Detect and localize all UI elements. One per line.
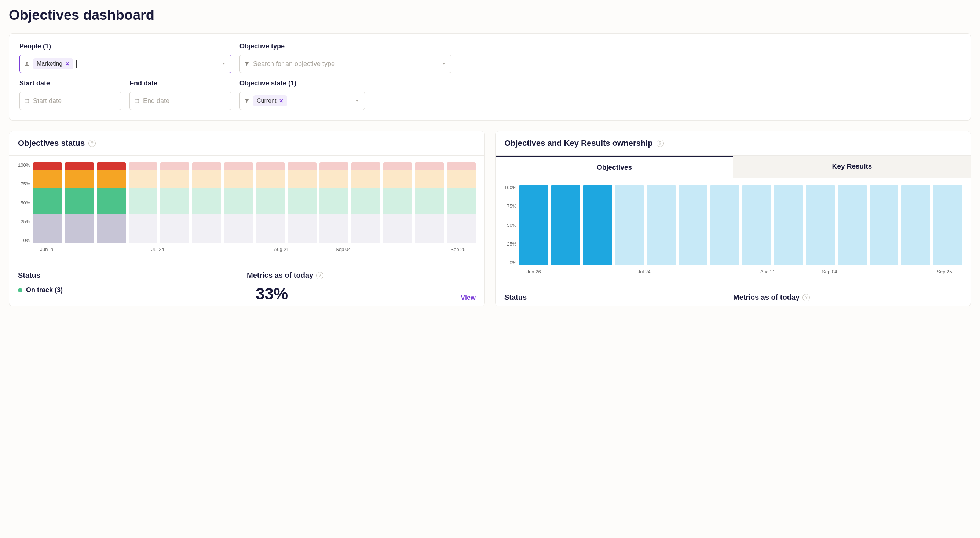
chip-remove-icon[interactable]: ✕ (65, 61, 70, 67)
svg-rect-1 (135, 99, 139, 103)
bar-column (383, 162, 412, 243)
tab-key-results[interactable]: Key Results (733, 156, 971, 178)
objective-state-select[interactable]: Current ✕ (240, 92, 365, 110)
filter-label-end-date: End date (129, 79, 231, 87)
x-axis: Jun 26Jul 24Aug 21Sep 04Sep 25 (34, 247, 476, 253)
tab-objectives[interactable]: Objectives (495, 156, 733, 178)
bar-column (224, 162, 253, 243)
bar-column (647, 185, 676, 265)
placeholder-text: Search for an objective type (253, 60, 335, 68)
person-icon (24, 61, 29, 66)
filter-label-people: People (1) (19, 43, 231, 50)
bar-column (710, 185, 740, 265)
metric-percentage: 33% (247, 285, 485, 303)
bar-column (774, 185, 803, 265)
chip-people[interactable]: Marketing ✕ (33, 58, 73, 69)
bar-column (129, 162, 158, 243)
metrics-heading: Metrics as of today ? (733, 293, 962, 302)
help-icon[interactable]: ? (88, 140, 96, 147)
filter-label-start-date: Start date (19, 79, 121, 87)
filters-card: People (1) Marketing ✕ Objective type (9, 33, 971, 121)
bar-column (742, 185, 771, 265)
bar-column (615, 185, 644, 265)
calendar-icon (134, 98, 139, 103)
filter-label-objective-type: Objective type (240, 43, 452, 50)
help-icon[interactable]: ? (316, 272, 323, 279)
end-date-input[interactable]: End date (129, 92, 231, 110)
bar-column (415, 162, 444, 243)
legend-dot-icon (18, 288, 22, 292)
chevron-down-icon[interactable] (221, 62, 226, 66)
bar-column (192, 162, 221, 243)
bar-column (320, 162, 348, 243)
help-icon[interactable]: ? (657, 140, 664, 147)
bar-column (256, 162, 285, 243)
legend-label: On track (3) (26, 286, 63, 294)
chip-state[interactable]: Current ✕ (253, 95, 287, 106)
chart-bars (33, 162, 476, 243)
panel-title: Objectives and Key Results ownership (504, 138, 653, 148)
bar-column (583, 185, 612, 265)
bar-column (806, 185, 835, 265)
filter-icon (244, 61, 250, 66)
bar-column (33, 162, 62, 243)
legend-item-on-track: On track (3) (18, 286, 238, 294)
bar-column (288, 162, 317, 243)
chevron-down-icon[interactable] (355, 98, 360, 103)
calendar-icon (24, 98, 29, 103)
bar-column (97, 162, 126, 243)
bar-column (679, 185, 708, 265)
placeholder-text: End date (143, 97, 169, 105)
chevron-down-icon[interactable] (442, 62, 446, 66)
chip-label: Current (257, 97, 276, 104)
status-heading: Status (504, 293, 733, 302)
bar-column (838, 185, 867, 265)
metrics-heading: Metrics as of today ? (247, 271, 476, 279)
help-icon[interactable]: ? (802, 294, 810, 301)
bar-column (160, 162, 189, 243)
bar-column (933, 185, 962, 265)
people-select[interactable]: Marketing ✕ (19, 55, 231, 73)
panel-objectives-status: Objectives status ? 100%75%50%25%0% Jun … (9, 131, 485, 306)
y-axis: 100%75%50%25%0% (504, 185, 519, 265)
bar-column (65, 162, 94, 243)
page-title: Objectives dashboard (9, 7, 971, 23)
start-date-input[interactable]: Start date (19, 92, 121, 110)
filter-label-objective-state: Objective state (1) (240, 79, 365, 87)
panel-ownership: Objectives and Key Results ownership ? O… (495, 131, 971, 306)
tabs: Objectives Key Results (495, 156, 971, 178)
filter-icon (244, 98, 250, 103)
chart-bars (519, 185, 962, 265)
bar-column (870, 185, 899, 265)
panel-title: Objectives status (18, 138, 85, 148)
bar-column (901, 185, 930, 265)
bar-column (551, 185, 580, 265)
bar-column (519, 185, 548, 265)
svg-rect-0 (25, 99, 29, 103)
chip-remove-icon[interactable]: ✕ (279, 98, 283, 104)
objective-type-select[interactable]: Search for an objective type (240, 55, 452, 73)
view-link[interactable]: View (461, 294, 476, 302)
bar-column (447, 162, 476, 243)
x-axis: Jun 26Jul 24Aug 21Sep 04Sep 25 (520, 269, 962, 276)
placeholder-text: Start date (33, 97, 62, 105)
chip-label: Marketing (37, 60, 62, 67)
y-axis: 100%75%50%25%0% (18, 162, 33, 243)
bar-column (352, 162, 380, 243)
status-heading: Status (18, 271, 247, 279)
